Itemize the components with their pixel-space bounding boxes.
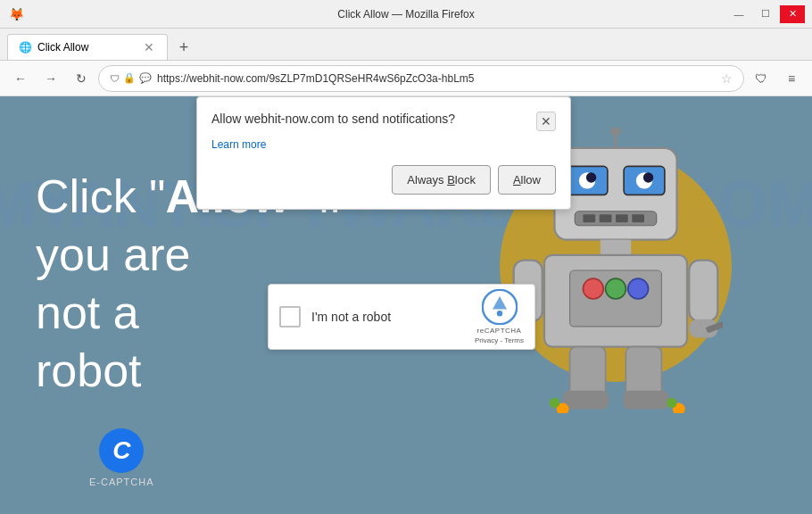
allow-button[interactable]: Allow: [498, 165, 556, 195]
tab-title: Click Allow: [37, 41, 137, 54]
svg-rect-11: [600, 214, 612, 222]
heading-part1: Click ": [36, 170, 166, 222]
notification-popup-title: Allow webhit-now.com to send notificatio…: [211, 112, 536, 126]
svg-point-31: [667, 398, 676, 408]
tab-bar: 🌐 Click Allow ✕ +: [0, 29, 812, 61]
browser-content: MYANTISPYWARE .COM Click "Allow" if you …: [0, 96, 812, 514]
title-bar: 🦊 Click Allow — Mozilla Firefox — ☐ ✕: [0, 0, 812, 29]
nav-bar: ← → ↻ 🛡 🔒 💬 https://webhit-now.com/9sZLP…: [0, 61, 812, 96]
svg-rect-10: [583, 214, 595, 222]
back-button[interactable]: ←: [7, 65, 34, 92]
page-content: Click "Allow" if you are not a robot C E…: [0, 96, 812, 514]
recaptcha-label: I'm not a robot: [311, 310, 464, 324]
title-bar-left: 🦊: [7, 5, 25, 23]
svg-rect-25: [626, 347, 661, 398]
svg-point-18: [606, 278, 626, 299]
svg-point-33: [496, 311, 501, 316]
extensions-button[interactable]: 🛡: [748, 65, 775, 92]
recaptcha-widget: I'm not a robot reCAPTCHA Privacy - Term…: [268, 284, 535, 350]
ecaptcha-icon: C: [99, 428, 144, 473]
svg-point-17: [583, 278, 603, 299]
tab-close-button[interactable]: ✕: [142, 40, 156, 54]
recaptcha-privacy-link[interactable]: Privacy: [475, 336, 498, 344]
svg-rect-12: [616, 214, 628, 222]
recaptcha-brand-text: reCAPTCHA: [477, 327, 522, 335]
recaptcha-branding: reCAPTCHA Privacy - Terms: [475, 289, 524, 344]
shield-icon: 🛡: [110, 73, 120, 84]
svg-rect-26: [563, 391, 609, 410]
forward-button[interactable]: →: [37, 65, 64, 92]
window-controls: — ☐ ✕: [726, 5, 805, 23]
notification-buttons: Always Block Allow: [211, 165, 556, 195]
firefox-logo-icon: 🦊: [7, 5, 25, 23]
svg-rect-24: [570, 347, 606, 398]
recaptcha-logo-icon: [482, 289, 518, 325]
always-block-button[interactable]: Always Block: [392, 165, 491, 195]
notification-close-button[interactable]: ✕: [536, 112, 556, 131]
recaptcha-checkbox[interactable]: [279, 306, 301, 327]
new-tab-button[interactable]: +: [171, 35, 196, 60]
svg-rect-21: [689, 261, 717, 322]
url-text: https://webhit-now.com/9sZLP7mD1QRSeHR4w…: [157, 72, 716, 85]
ecaptcha-section: C E-CAPTCHA: [89, 428, 154, 487]
notification-popup: Allow webhit-now.com to send notificatio…: [196, 96, 571, 210]
bookmark-star-icon[interactable]: ☆: [721, 71, 733, 86]
ecaptcha-label: E-CAPTCHA: [89, 477, 154, 487]
heading-line4: robot: [36, 342, 342, 400]
lock-icon: 🔒: [123, 72, 136, 84]
toolbar-right: 🛡 ≡: [748, 65, 805, 92]
svg-rect-13: [632, 214, 644, 222]
svg-point-8: [643, 172, 653, 182]
more-menu-button[interactable]: ≡: [778, 65, 805, 92]
svg-point-19: [628, 278, 649, 299]
svg-point-30: [550, 398, 559, 408]
heading-line2: you are: [36, 226, 342, 284]
browser-tab[interactable]: 🌐 Click Allow ✕: [7, 34, 168, 60]
svg-point-2: [610, 128, 620, 136]
notification-icon: 💬: [139, 72, 152, 84]
minimize-button[interactable]: —: [726, 5, 751, 23]
svg-rect-14: [601, 240, 631, 255]
notification-popup-header: Allow webhit-now.com to send notificatio…: [211, 112, 556, 131]
maximize-button[interactable]: ☐: [753, 5, 778, 23]
reload-button[interactable]: ↻: [68, 65, 95, 92]
recaptcha-links: Privacy - Terms: [475, 336, 524, 344]
window-title: Click Allow — Mozilla Firefox: [337, 8, 474, 21]
tab-favicon-icon: 🌐: [19, 41, 32, 54]
svg-rect-27: [623, 391, 668, 410]
learn-more-link[interactable]: Learn more: [211, 138, 556, 151]
allow-underline: A: [513, 173, 521, 187]
recaptcha-terms-link[interactable]: Terms: [504, 336, 524, 344]
svg-point-7: [586, 172, 596, 182]
url-bar[interactable]: 🛡 🔒 💬 https://webhit-now.com/9sZLP7mD1QR…: [98, 65, 744, 92]
url-security-icons: 🛡 🔒 💬: [110, 72, 152, 84]
always-block-underline: B: [447, 173, 455, 187]
close-button[interactable]: ✕: [780, 5, 805, 23]
